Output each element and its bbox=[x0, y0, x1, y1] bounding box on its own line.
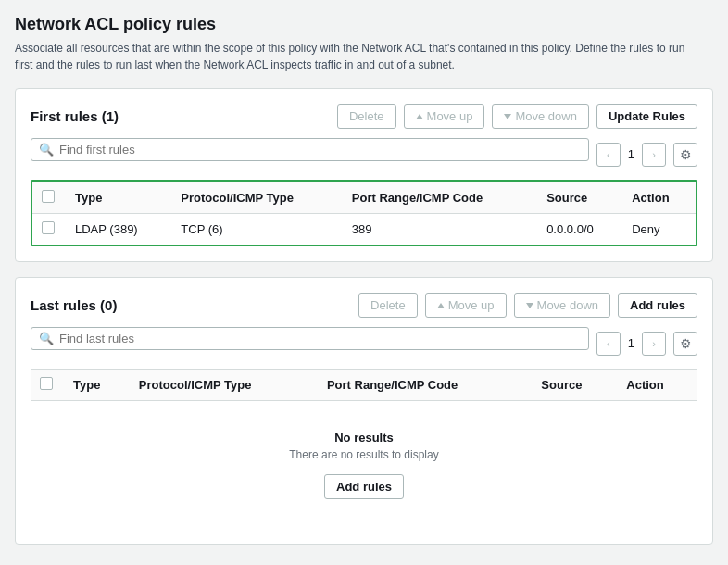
first-rules-col-type: Type bbox=[66, 182, 171, 214]
first-rules-select-all-checkbox[interactable] bbox=[42, 190, 55, 203]
last-rules-search-input[interactable] bbox=[59, 332, 581, 345]
last-rules-no-results-row: No results There are no results to displ… bbox=[31, 401, 697, 530]
first-rules-delete-button[interactable]: Delete bbox=[337, 104, 396, 129]
first-rules-row-source: 0.0.0.0/0 bbox=[537, 214, 622, 245]
last-move-up-icon bbox=[437, 303, 445, 308]
last-rules-prev-button[interactable]: ‹ bbox=[596, 332, 621, 356]
first-rules-row-action: Deny bbox=[622, 214, 696, 245]
last-rules-col-source: Source bbox=[532, 370, 617, 401]
first-rules-next-button[interactable]: › bbox=[642, 143, 666, 167]
last-rules-move-down-button[interactable]: Move down bbox=[514, 293, 610, 318]
first-rules-col-source: Source bbox=[537, 182, 622, 214]
last-rules-col-port: Port Range/ICMP Code bbox=[318, 370, 532, 401]
last-rules-section: Last rules (0) Delete Move up Move down … bbox=[15, 277, 713, 545]
first-rules-section: First rules (1) Delete Move up Move down… bbox=[15, 88, 713, 262]
first-rules-table: Type Protocol/ICMP Type Port Range/ICMP … bbox=[32, 182, 696, 245]
last-rules-table: Type Protocol/ICMP Type Port Range/ICMP … bbox=[31, 369, 697, 529]
no-results-title: No results bbox=[40, 431, 688, 445]
first-rules-search-input[interactable] bbox=[59, 143, 581, 157]
last-rules-add-button[interactable]: Add rules bbox=[618, 293, 697, 318]
first-rules-search-icon: 🔍 bbox=[39, 143, 54, 157]
first-rules-page-number: 1 bbox=[624, 147, 638, 161]
first-rules-update-button[interactable]: Update Rules bbox=[596, 104, 697, 129]
first-rules-title: First rules (1) bbox=[31, 108, 330, 124]
last-rules-pagination: ‹ 1 › bbox=[596, 332, 666, 356]
first-rules-move-up-button[interactable]: Move up bbox=[404, 104, 485, 129]
last-move-down-icon bbox=[526, 303, 533, 308]
move-down-icon bbox=[504, 114, 511, 119]
last-rules-select-all-checkbox[interactable] bbox=[40, 377, 53, 390]
first-rules-row-protocol: TCP (6) bbox=[171, 214, 343, 245]
move-up-icon bbox=[416, 114, 423, 119]
first-rules-row-checkbox[interactable] bbox=[42, 221, 55, 234]
last-rules-delete-button[interactable]: Delete bbox=[358, 293, 418, 318]
first-rules-prev-button[interactable]: ‹ bbox=[596, 143, 621, 167]
table-row: LDAP (389) TCP (6) 389 0.0.0.0/0 Deny bbox=[32, 214, 696, 245]
last-rules-next-button[interactable]: › bbox=[642, 332, 666, 356]
last-rules-col-action: Action bbox=[617, 370, 697, 401]
last-rules-col-protocol: Protocol/ICMP Type bbox=[130, 370, 318, 401]
no-results-subtitle: There are no results to display bbox=[40, 448, 688, 461]
first-rules-table-wrapper: Type Protocol/ICMP Type Port Range/ICMP … bbox=[31, 180, 697, 246]
page-title: Network ACL policy rules bbox=[15, 15, 713, 34]
last-rules-move-up-button[interactable]: Move up bbox=[425, 293, 507, 318]
first-rules-col-protocol: Protocol/ICMP Type bbox=[171, 182, 343, 214]
last-rules-col-type: Type bbox=[64, 370, 130, 401]
first-rules-col-port: Port Range/ICMP Code bbox=[343, 182, 537, 214]
page-description: Associate all resources that are within … bbox=[15, 40, 700, 73]
last-rules-settings-button[interactable]: ⚙ bbox=[673, 332, 697, 356]
first-rules-settings-button[interactable]: ⚙ bbox=[673, 143, 697, 167]
last-rules-page-number: 1 bbox=[624, 336, 638, 350]
first-rules-move-down-button[interactable]: Move down bbox=[492, 104, 588, 129]
first-rules-col-action: Action bbox=[622, 182, 696, 214]
first-rules-row-port: 389 bbox=[343, 214, 537, 245]
last-rules-search-icon: 🔍 bbox=[39, 332, 54, 345]
last-rules-add-rules-center-button[interactable]: Add rules bbox=[324, 474, 404, 499]
last-rules-title: Last rules (0) bbox=[31, 297, 351, 313]
no-results-container: No results There are no results to displ… bbox=[40, 408, 688, 521]
first-rules-row-type: LDAP (389) bbox=[66, 214, 171, 245]
first-rules-pagination: ‹ 1 › bbox=[596, 143, 666, 167]
